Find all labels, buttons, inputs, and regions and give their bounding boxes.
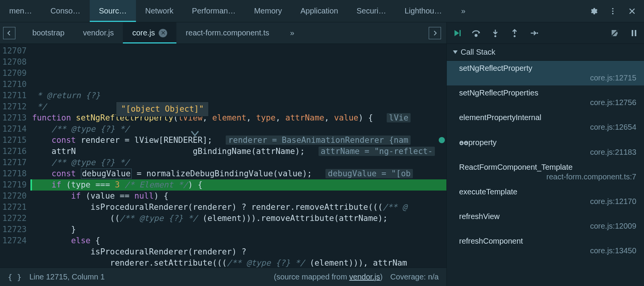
callstack-header[interactable]: Call Stack (447, 44, 644, 61)
code-line[interactable]: } (30, 224, 446, 235)
line-number[interactable]: 12722 (2, 213, 27, 224)
callstack-frame[interactable]: executeTemplatecore.js:12170 (447, 184, 644, 209)
file-tab[interactable]: vendor.js (74, 22, 123, 43)
overflow-tabs-icon[interactable]: » (451, 7, 475, 15)
line-number[interactable]: 12715 (2, 135, 27, 146)
disclosure-triangle-icon (453, 50, 458, 54)
debugger-controls (447, 22, 644, 44)
devtools-tab[interactable]: Network (136, 0, 183, 22)
deactivate-breakpoints-icon[interactable] (610, 28, 619, 38)
code-line[interactable]: ((/** @type {?} */ (element))).removeAtt… (30, 213, 446, 224)
callstack-frame[interactable]: ɵɵpropertycore.js:21183 (447, 135, 644, 160)
code-line[interactable]: renderer.setAttribute(((/** @type {?} */… (30, 258, 446, 268)
file-tab[interactable]: bootstrap (23, 22, 74, 43)
gear-icon[interactable] (589, 7, 598, 15)
pretty-print-icon[interactable]: { } (8, 273, 22, 282)
file-tab-label: bootstrap (32, 28, 64, 37)
line-number[interactable]: 12711 (2, 90, 27, 101)
callstack-frame[interactable]: refreshViewcore.js:12009 (447, 209, 644, 234)
line-number[interactable]: 12724 (2, 235, 27, 246)
frame-function: refreshComponent (459, 237, 636, 246)
line-number[interactable]: 12719 (2, 179, 27, 191)
line-number[interactable]: 12716 (2, 146, 27, 157)
devtools-tab[interactable]: Memory (245, 0, 291, 22)
close-icon[interactable] (628, 7, 636, 15)
value-tooltip: "[object Object]" (116, 102, 209, 117)
step-over-icon[interactable] (471, 28, 481, 38)
code-line[interactable]: attrN gBindingName(attrName); attrName =… (30, 146, 446, 157)
devtools-tab[interactable]: Conso… (41, 0, 90, 22)
frame-function: refreshView (459, 212, 636, 221)
devtools-tab[interactable]: Application (291, 0, 347, 22)
code-line[interactable]: else { (30, 235, 446, 246)
svg-point-1 (612, 10, 614, 12)
line-number[interactable]: 12721 (2, 202, 27, 213)
file-tab[interactable]: react-form.component.ts (176, 22, 278, 43)
step-out-icon[interactable] (510, 28, 519, 38)
file-tab[interactable]: core.js✕ (123, 22, 176, 43)
code-line[interactable]: /** @type {?} */ (30, 157, 446, 168)
line-number[interactable]: 12707 (2, 45, 27, 57)
kebab-menu-icon[interactable] (609, 7, 617, 15)
frame-function: elementPropertyInternal (459, 113, 636, 122)
line-number[interactable]: 12708 (2, 57, 27, 68)
devtools-tab[interactable]: men… (0, 0, 41, 22)
frame-location: core.js:12654 (459, 123, 636, 132)
code-line[interactable]: */ (30, 101, 446, 112)
code-editor[interactable]: 1270712708127091271012711127121271312714… (0, 44, 446, 268)
callstack-frame[interactable]: refreshComponentcore.js:13450 (447, 234, 644, 258)
line-number[interactable]: 12718 (2, 168, 27, 179)
line-number-gutter: 1270712708127091271012711127121271312714… (0, 44, 30, 268)
callstack-frame[interactable]: ReactFormComponent_Templatereact-form.co… (447, 160, 644, 184)
cursor-position: Line 12715, Column 1 (29, 273, 105, 281)
callstack-title: Call Stack (461, 48, 495, 57)
line-number[interactable]: 12713 (2, 112, 27, 124)
line-number[interactable]: 12709 (2, 68, 27, 79)
resume-icon[interactable] (452, 28, 461, 38)
more-tabs-icon[interactable]: » (278, 28, 306, 37)
svg-point-4 (475, 34, 477, 36)
file-tab-label: react-form.component.ts (186, 28, 269, 37)
code-line[interactable]: const renderer = lView[RENDERER]; render… (30, 135, 446, 146)
code-line[interactable]: /** @type {?} */ (30, 124, 446, 135)
code-line[interactable]: * @return {?} (30, 90, 446, 101)
devtools-panel-tabs: men…Conso…Sourc…NetworkPerforman…MemoryA… (0, 0, 644, 22)
code-line[interactable]: if (type === 3 /* Element */) { (30, 179, 446, 191)
navigator-toggle-button[interactable] (3, 27, 15, 39)
frame-location: core.js:12715 (459, 74, 636, 82)
code-line[interactable]: if (value == null) { (30, 191, 446, 202)
frame-function: executeTemplate (459, 187, 636, 196)
devtools-tab[interactable]: Sourc… (90, 0, 136, 22)
code-line[interactable]: isProceduralRenderer(renderer) ? rendere… (30, 202, 446, 213)
frame-location: core.js:12170 (459, 197, 636, 206)
step-into-icon[interactable] (491, 28, 500, 38)
callstack-frame[interactable]: setNgReflectPropertycore.js:12715 (447, 61, 644, 85)
line-number[interactable]: 12714 (2, 124, 27, 135)
tooltip-pointer-icon (142, 117, 198, 151)
pause-on-exceptions-icon[interactable] (629, 28, 639, 38)
breakpoint-dot-icon[interactable] (439, 137, 445, 143)
editor-status-bar: { } Line 12715, Column 1 (source mapped … (0, 268, 446, 286)
navigator-right-button[interactable] (429, 27, 441, 39)
line-number[interactable]: 12712 (2, 101, 27, 112)
code-line[interactable]: isProceduralRenderer(renderer) ? (30, 246, 446, 258)
code-content[interactable]: "[object Object]" * @return {?} */functi… (30, 44, 446, 268)
source-mapped-label: (source mapped from vendor.js) (274, 273, 382, 281)
devtools-tab[interactable]: Performan… (183, 0, 245, 22)
code-line[interactable]: const debugValue = normalizeDebugBinding… (30, 168, 446, 179)
frame-function: setNgReflectProperties (459, 89, 636, 97)
line-number[interactable]: 12720 (2, 191, 27, 202)
line-number[interactable]: 12723 (2, 224, 27, 235)
step-icon[interactable] (529, 28, 538, 38)
source-map-link[interactable]: vendor.js (349, 273, 380, 281)
line-number[interactable]: 12710 (2, 79, 27, 90)
close-tab-icon[interactable]: ✕ (159, 29, 167, 37)
line-number[interactable]: 12717 (2, 157, 27, 168)
code-line[interactable]: function setNgReflectProperty(lView, ele… (30, 112, 446, 124)
callstack-frame[interactable]: setNgReflectPropertiescore.js:12756 (447, 85, 644, 110)
debugger-sidebar: Call Stack setNgReflectPropertycore.js:1… (447, 22, 644, 286)
devtools-tab[interactable]: Securi… (347, 0, 396, 22)
callstack-frame[interactable]: elementPropertyInternalcore.js:12654 (447, 110, 644, 135)
frame-location: core.js:12009 (459, 222, 636, 231)
devtools-tab[interactable]: Lighthou… (395, 0, 451, 22)
